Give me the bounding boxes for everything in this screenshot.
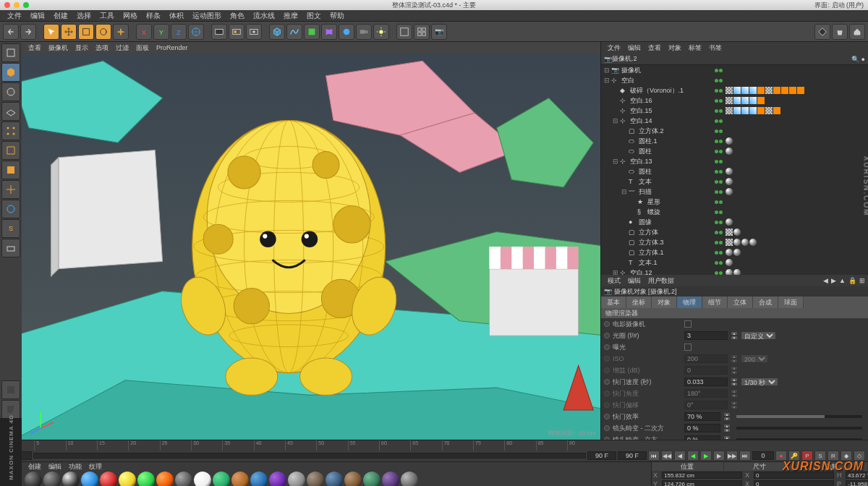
current-frame-input[interactable]: [752, 451, 774, 460]
render-settings[interactable]: [246, 24, 262, 40]
material-材质[interactable]: 材质: [213, 472, 230, 487]
next-frame-button[interactable]: ▶: [713, 451, 725, 461]
rotate-tool[interactable]: [95, 24, 111, 40]
material-材质.1[interactable]: 材质.1: [62, 472, 80, 487]
select-tool[interactable]: [43, 24, 59, 40]
undo-button[interactable]: [3, 24, 19, 40]
attr-input[interactable]: [684, 424, 720, 432]
attr-checkbox[interactable]: [684, 344, 692, 351]
tree-row-扫描[interactable]: ⊟〰扫描: [601, 187, 713, 197]
viewport-camera-icon[interactable]: 📷: [431, 24, 447, 40]
texture-mode-tool[interactable]: [1, 82, 20, 101]
material-材质[interactable]: 材质: [194, 472, 211, 487]
material-材质[interactable]: 材质: [326, 472, 343, 487]
tree-row-空白[interactable]: ⊟⊹空白: [601, 75, 713, 85]
goto-end-button[interactable]: ⏭: [739, 451, 751, 461]
tag-row[interactable]: [713, 207, 868, 217]
material-材质[interactable]: 材质: [401, 472, 418, 487]
menu-流水线[interactable]: 流水线: [249, 11, 279, 21]
workplane-snap-tool[interactable]: [1, 239, 20, 257]
timeline-end-frame[interactable]: [618, 451, 647, 460]
add-generator[interactable]: [304, 24, 320, 40]
material-材质[interactable]: 材质: [231, 472, 249, 487]
attr-preset-select[interactable]: 1/30 秒: [741, 378, 778, 386]
tag-row[interactable]: [713, 268, 868, 275]
play-forward-button[interactable]: ▶: [700, 451, 712, 461]
attr-tab-球面[interactable]: 球面: [778, 297, 804, 308]
attr-input[interactable]: [684, 331, 728, 340]
edge-mode-tool[interactable]: [1, 141, 20, 160]
material-材质[interactable]: 材质: [288, 472, 305, 487]
add-environment[interactable]: [339, 24, 354, 40]
tag-row[interactable]: [713, 257, 868, 268]
play-back-button[interactable]: ◀: [687, 451, 699, 461]
make-editable-tool[interactable]: [1, 43, 20, 62]
coord-rot-P[interactable]: [846, 480, 868, 486]
tag-row[interactable]: [713, 136, 868, 146]
material-材质.4[interactable]: 材质.4: [119, 472, 136, 487]
menu-网格[interactable]: 网格: [119, 11, 142, 21]
material-材质[interactable]: 材质: [307, 472, 324, 487]
material-材质.3[interactable]: 材质.3: [100, 472, 117, 487]
menu-帮助[interactable]: 帮助: [326, 11, 349, 21]
z-axis-lock[interactable]: Z: [171, 24, 187, 40]
last-tool[interactable]: [113, 24, 129, 40]
tree-row-圆缘[interactable]: ●圆缘: [601, 217, 713, 227]
tag-row[interactable]: [713, 65, 868, 75]
step-forward-button[interactable]: ▶▶: [726, 451, 738, 461]
menu-编辑[interactable]: 编辑: [26, 11, 49, 21]
material-材质.6[interactable]: 材质.6: [156, 472, 174, 487]
attr-input[interactable]: [684, 389, 728, 398]
timeline-ruler[interactable]: 051015202530354045505560657075808590: [0, 440, 868, 451]
menu-推摩[interactable]: 推摩: [279, 11, 302, 21]
tag-row[interactable]: [713, 187, 868, 197]
add-light[interactable]: [373, 24, 389, 40]
tweak-tool[interactable]: [1, 200, 20, 218]
add-camera[interactable]: [356, 24, 372, 40]
tree-row-摄像机[interactable]: ⊟📷摄像机: [601, 65, 713, 75]
close-window-button[interactable]: [4, 2, 10, 8]
vp-menu-选项[interactable]: 选项: [92, 43, 112, 53]
attr-input[interactable]: [684, 378, 728, 386]
render-view[interactable]: [211, 24, 227, 40]
tag-row[interactable]: [713, 156, 868, 166]
tag-row[interactable]: [713, 176, 868, 187]
material-材质[interactable]: 材质: [250, 472, 268, 487]
material-材质[interactable]: 材质: [344, 472, 362, 487]
tag-row[interactable]: [713, 95, 868, 106]
material-材质.7[interactable]: 材质.7: [175, 472, 192, 487]
obj-menu-对象[interactable]: 对象: [665, 43, 685, 53]
tag-row[interactable]: [713, 217, 868, 227]
attr-tab-对象[interactable]: 对象: [652, 297, 677, 308]
material-材质.5[interactable]: 材质.5: [137, 472, 155, 487]
attr-tab-坐标[interactable]: 坐标: [626, 297, 652, 308]
tree-row-立方体.2[interactable]: ▢立方体.2: [601, 126, 713, 136]
coord-system[interactable]: [188, 24, 204, 40]
attr-lock-icon[interactable]: 🔒: [848, 277, 856, 284]
model-mode-tool[interactable]: [1, 63, 20, 82]
snap-tool[interactable]: S: [1, 219, 20, 238]
attr-nav-next-icon[interactable]: ▶: [831, 277, 836, 284]
vp-menu-查看[interactable]: 查看: [25, 43, 45, 53]
maximize-window-button[interactable]: [23, 2, 29, 8]
scale-tool[interactable]: [78, 24, 94, 40]
attr-tab-合成[interactable]: 合成: [753, 297, 778, 308]
menu-角色[interactable]: 角色: [226, 11, 249, 21]
attr-slider[interactable]: [736, 415, 862, 418]
render-region[interactable]: [229, 24, 244, 40]
tree-row-立方体[interactable]: ▢立方体: [601, 227, 713, 237]
coord-pos-Y[interactable]: [662, 480, 742, 486]
tag-row[interactable]: [713, 166, 868, 176]
attr-nav-up-icon[interactable]: ▲: [839, 277, 846, 284]
vp-menu-ProRender[interactable]: ProRender: [153, 44, 192, 51]
tree-row-星形[interactable]: ★星形: [601, 197, 713, 207]
material-材质[interactable]: 材质: [25, 472, 42, 487]
viewport[interactable]: 网格间距: 10 cm: [22, 54, 600, 440]
tree-row-空白.12[interactable]: ⊞⊹空白.12: [601, 268, 713, 275]
tag-row[interactable]: [713, 146, 868, 156]
step-back-button[interactable]: ◀◀: [661, 451, 673, 461]
vp-menu-面板[interactable]: 面板: [132, 43, 153, 53]
x-axis-lock[interactable]: X: [136, 24, 152, 40]
obj-menu-查看[interactable]: 查看: [644, 43, 665, 53]
material-grid[interactable]: 材质材质材质.1材质.2材质.3材质.4材质.5材质.6材质.7材质材质材质材质…: [22, 471, 651, 486]
